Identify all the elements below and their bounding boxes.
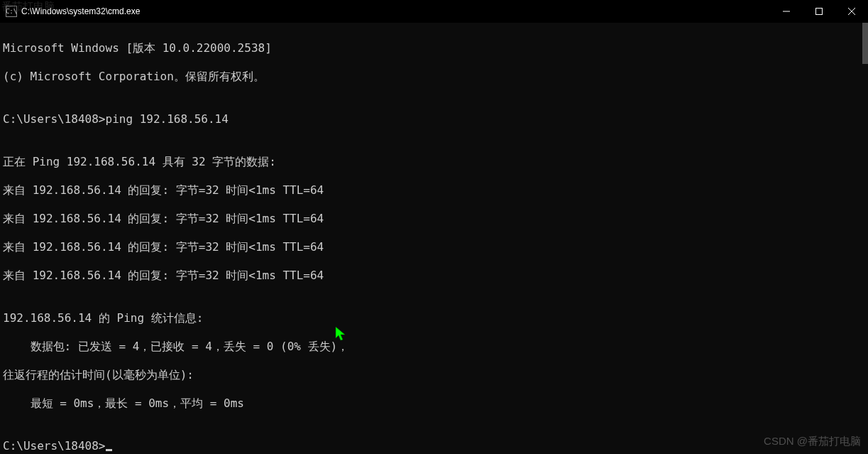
background-ghost-text: 番茄打电脑: [1, 0, 55, 13]
csdn-watermark: CSDN @番茄打电脑: [764, 435, 861, 448]
maximize-button[interactable]: [803, 0, 835, 23]
terminal-output[interactable]: Microsoft Windows [版本 10.0.22000.2538] (…: [0, 23, 868, 454]
ping-rtt-header: 往返行程的估计时间(以毫秒为单位):: [3, 368, 865, 382]
ping-reply-2: 来自 192.168.56.14 的回复: 字节=32 时间<1ms TTL=6…: [3, 212, 865, 226]
ping-rtt-values: 最短 = 0ms，最长 = 0ms，平均 = 0ms: [3, 396, 865, 411]
ping-stats-header: 192.168.56.14 的 Ping 统计信息:: [3, 311, 865, 325]
text-cursor: [106, 449, 112, 451]
command-prompt-current: C:\Users\18408>: [3, 439, 865, 453]
ping-reply-1: 来自 192.168.56.14 的回复: 字节=32 时间<1ms TTL=6…: [3, 183, 865, 198]
window-controls: [770, 0, 868, 23]
scrollbar-thumb[interactable]: [862, 23, 868, 64]
ping-reply-3: 来自 192.168.56.14 的回复: 字节=32 时间<1ms TTL=6…: [3, 240, 865, 254]
version-line: Microsoft Windows [版本 10.0.22000.2538]: [3, 41, 865, 55]
ping-reply-4: 来自 192.168.56.14 的回复: 字节=32 时间<1ms TTL=6…: [3, 269, 865, 283]
window-titlebar[interactable]: C:\ C:\Windows\system32\cmd.exe: [0, 0, 868, 23]
vertical-scrollbar[interactable]: [857, 23, 868, 454]
pinging-line: 正在 Ping 192.168.56.14 具有 32 字节的数据:: [3, 155, 865, 169]
close-button[interactable]: [835, 0, 868, 23]
minimize-button[interactable]: [770, 0, 803, 23]
ping-stats-packets: 数据包: 已发送 = 4，已接收 = 4，丢失 = 0 (0% 丢失)，: [3, 340, 865, 354]
svg-rect-1: [816, 9, 823, 15]
copyright-line: (c) Microsoft Corporation。保留所有权利。: [3, 70, 865, 84]
command-prompt-ping: C:\Users\18408>ping 192.168.56.14: [3, 112, 865, 126]
